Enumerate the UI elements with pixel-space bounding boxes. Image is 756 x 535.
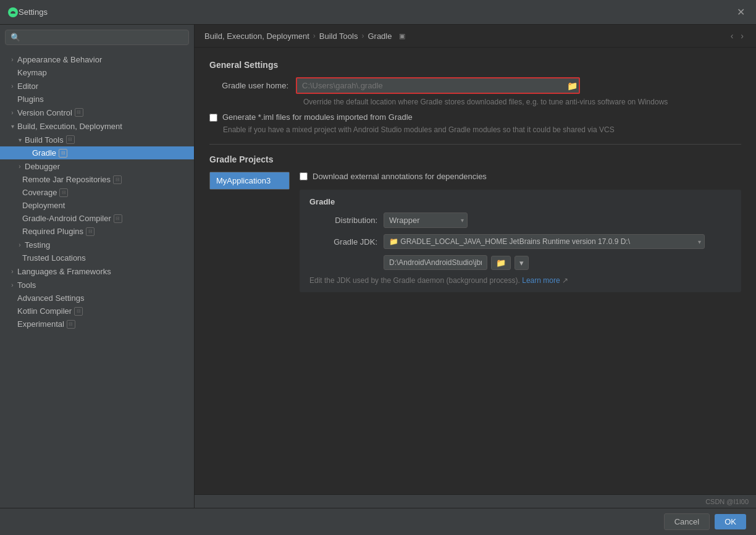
settings-icon: ⊟: [114, 214, 122, 223]
search-box[interactable]: 🔍: [5, 30, 189, 45]
sidebar-item-label: Keymap: [17, 68, 47, 77]
sidebar-item-testing[interactable]: Testing: [0, 238, 194, 251]
breadcrumb-part-3: Gradle: [368, 32, 392, 41]
sidebar-item-label: Appearance & Behavior: [17, 55, 102, 64]
settings-icon: ⊟: [67, 320, 75, 329]
sidebar-item-coverage[interactable]: Coverage ⊟: [0, 186, 194, 199]
gradle-user-home-hint: Override the default location where Grad…: [303, 98, 736, 106]
sidebar: 🔍 Appearance & Behavior Keymap Editor Pl…: [0, 25, 195, 508]
sidebar-item-editor[interactable]: Editor: [0, 79, 194, 93]
breadcrumb-part-1: Build, Execution, Deployment: [204, 32, 309, 41]
sidebar-item-label: Advanced Settings: [17, 293, 84, 303]
sidebar-item-version-control[interactable]: Version Control ⊟: [0, 106, 194, 119]
sidebar-item-label: Tools: [17, 280, 36, 290]
download-annotations-label[interactable]: Download external annotations for depend…: [313, 172, 487, 181]
cancel-button[interactable]: Cancel: [664, 513, 710, 530]
breadcrumb-part-2: Build Tools: [319, 32, 358, 41]
app-icon: [7, 7, 19, 18]
sidebar-item-label: Build Tools: [25, 135, 64, 145]
arrow-icon: [7, 81, 17, 91]
breadcrumb: Build, Execution, Deployment › Build Too…: [195, 25, 756, 48]
distribution-select[interactable]: Wrapper Local installation Specified loc…: [384, 213, 468, 228]
svg-point-2: [14, 12, 15, 13]
sidebar-item-label: Gradle-Android Compiler: [22, 214, 111, 223]
project-list-item[interactable]: MyApplication3: [210, 172, 289, 189]
sidebar-item-remote-jar[interactable]: Remote Jar Repositories ⊟: [0, 173, 194, 186]
download-annotations-row: Download external annotations for depend…: [300, 172, 741, 181]
sidebar-item-deployment[interactable]: Deployment: [0, 199, 194, 212]
sidebar-item-debugger[interactable]: Debugger: [0, 159, 194, 173]
sidebar-item-kotlin-compiler[interactable]: Kotlin Compiler ⊟: [0, 305, 194, 318]
window-title: Settings: [19, 7, 733, 17]
sidebar-item-label: Debugger: [25, 162, 60, 171]
gradle-user-home-input-wrap: 📁: [296, 77, 580, 94]
title-bar: Settings ✕: [0, 0, 756, 25]
generate-iml-checkbox[interactable]: [209, 114, 217, 122]
status-label: CSDN @I1I00: [705, 498, 749, 505]
nav-forward-button[interactable]: ›: [738, 30, 746, 42]
generate-iml-label[interactable]: Generate *.iml files for modules importe…: [222, 112, 413, 122]
gradle-jdk-row: Gradle JDK: 📁 GRADLE_LOCAL_JAVA_HOME Jet…: [309, 234, 731, 270]
arrow-icon: [15, 161, 25, 171]
settings-icon: ⊟: [86, 227, 94, 236]
jdk-dropdown-row: 📁 GRADLE_LOCAL_JAVA_HOME JetBrains Runti…: [384, 234, 705, 249]
sidebar-item-label: Gradle: [32, 148, 56, 158]
sidebar-item-languages-frameworks[interactable]: Languages & Frameworks: [0, 264, 194, 278]
project-list: MyApplication3: [209, 172, 290, 190]
sidebar-item-label: Build, Execution, Deployment: [17, 122, 122, 131]
ok-button[interactable]: OK: [715, 514, 746, 529]
jdk-hint-label: Edit the JDK used by the Gradle daemon (…: [309, 276, 520, 285]
status-bar: CSDN @I1I00: [195, 494, 756, 508]
sidebar-item-gradle-android[interactable]: Gradle-Android Compiler ⊟: [0, 212, 194, 225]
sidebar-item-required-plugins[interactable]: Required Plugins ⊟: [0, 225, 194, 238]
arrow-icon: [15, 135, 25, 145]
sidebar-item-label: Experimental: [17, 319, 64, 329]
sidebar-item-advanced-settings[interactable]: Advanced Settings: [0, 292, 194, 305]
action-bar: Cancel OK: [0, 508, 756, 535]
sidebar-item-trusted-locations[interactable]: Trusted Locations: [0, 251, 194, 264]
close-button[interactable]: ✕: [733, 5, 749, 19]
sidebar-item-label: Plugins: [17, 95, 44, 104]
gradle-sub-title: Gradle: [309, 197, 731, 206]
content-area: Build, Execution, Deployment › Build Too…: [195, 25, 756, 508]
generate-iml-row: Generate *.iml files for modules importe…: [209, 112, 741, 122]
breadcrumb-sep-1: ›: [313, 32, 316, 40]
sidebar-item-plugins[interactable]: Plugins: [0, 93, 194, 106]
sidebar-item-label: Languages & Frameworks: [17, 267, 111, 276]
folder-browse-button[interactable]: 📁: [567, 81, 578, 91]
breadcrumb-sep-2: ›: [361, 32, 364, 40]
arrow-icon: [7, 107, 17, 117]
sidebar-item-keymap[interactable]: Keymap: [0, 66, 194, 79]
gradle-sub-section: Gradle Distribution: Wrapper Local insta…: [300, 190, 741, 292]
sidebar-item-gradle[interactable]: Gradle ⊟: [0, 146, 194, 159]
gradle-user-home-input[interactable]: [296, 77, 580, 94]
sidebar-item-label: Deployment: [22, 201, 65, 210]
arrow-icon: [7, 280, 17, 290]
jdk-dropdown[interactable]: 📁 GRADLE_LOCAL_JAVA_HOME JetBrains Runti…: [384, 234, 705, 249]
arrow-icon: [7, 121, 17, 131]
learn-more-link[interactable]: Learn more: [522, 276, 560, 285]
jdk-folder-button[interactable]: 📁: [491, 256, 511, 270]
jdk-path-input[interactable]: [384, 255, 487, 270]
sidebar-item-experimental[interactable]: Experimental ⊟: [0, 318, 194, 331]
sidebar-item-tools[interactable]: Tools: [0, 278, 194, 292]
gradle-projects-layout: MyApplication3 Download external annotat…: [209, 172, 741, 292]
jdk-expand-button[interactable]: ▾: [514, 256, 529, 270]
sidebar-item-build-exec-deploy[interactable]: Build, Execution, Deployment: [0, 119, 194, 133]
sidebar-item-appearance[interactable]: Appearance & Behavior: [0, 53, 194, 66]
arrow-icon: [7, 266, 17, 276]
search-input[interactable]: [23, 33, 183, 42]
download-annotations-checkbox[interactable]: [300, 172, 308, 180]
gradle-jdk-label: Gradle JDK:: [309, 237, 377, 246]
arrow-icon: [7, 54, 17, 64]
nav-back-button[interactable]: ‹: [728, 30, 736, 42]
generate-iml-hint: Enable if you have a mixed project with …: [223, 125, 741, 134]
sidebar-item-build-tools[interactable]: Build Tools ⊟: [0, 133, 194, 146]
expand-icon: ▾: [519, 258, 524, 268]
settings-icon: ⊟: [66, 135, 75, 144]
learn-more-arrow-icon: ↗: [562, 276, 568, 285]
sidebar-item-label: Coverage: [22, 188, 57, 197]
svg-point-1: [11, 12, 12, 13]
nav-arrows: ‹ ›: [728, 30, 746, 42]
folder-icon: 📁: [496, 258, 506, 268]
